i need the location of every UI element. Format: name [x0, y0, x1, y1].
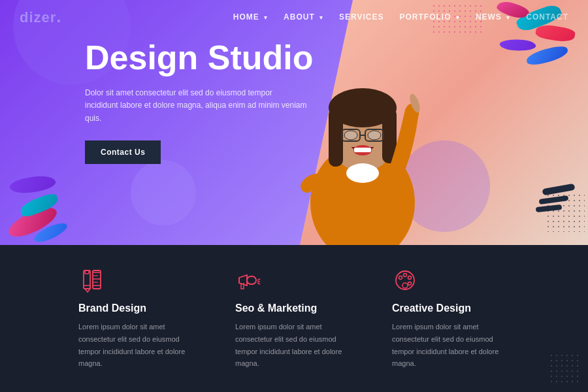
- seo-marketing-icon: [235, 267, 261, 293]
- seo-marketing-desc: Lorem ipsum dolor sit amet consectetur e…: [235, 321, 353, 370]
- svg-marker-18: [85, 289, 90, 292]
- nav-item-services[interactable]: SERVICES: [339, 10, 384, 22]
- nav-links: HOME ▾ ABOUT ▾ SERVICES PORTFOLIO ▾ NEWS…: [233, 10, 568, 22]
- hero-description: Dolor sit amet consectetur elit sed do e…: [85, 87, 307, 125]
- hero-title: Design Studio: [85, 39, 359, 76]
- nav-item-home[interactable]: HOME ▾: [233, 10, 268, 22]
- circle-purple-small: [131, 160, 196, 225]
- brand-design-desc: Lorem ipsum dolor sit amet consectetur e…: [78, 321, 196, 370]
- svg-point-35: [402, 283, 408, 288]
- creative-design-desc: Lorem ipsum dolor sit amet consectetur e…: [392, 321, 510, 370]
- seo-marketing-title: Seo & Marketing: [235, 302, 353, 314]
- dots-page-bottom-right: [549, 353, 581, 385]
- svg-rect-24: [93, 270, 101, 289]
- hero-section: Design Studio Dolor sit amet consectetur…: [0, 0, 588, 245]
- logo-text: dizer: [20, 9, 56, 25]
- svg-point-14: [346, 163, 379, 183]
- navbar: dizer. HOME ▾ ABOUT ▾ SERVICES PORTFOLIO…: [0, 0, 588, 33]
- svg-rect-16: [85, 270, 89, 274]
- brand-design-title: Brand Design: [78, 302, 196, 314]
- svg-point-33: [408, 276, 412, 280]
- services-section: Brand Design Lorem ipsum dolor sit amet …: [0, 245, 588, 392]
- svg-point-34: [408, 282, 412, 286]
- svg-point-31: [399, 276, 402, 280]
- creative-design-icon: [392, 267, 418, 293]
- svg-point-32: [404, 274, 407, 277]
- svg-point-10: [368, 131, 381, 140]
- logo-dot: .: [56, 7, 61, 26]
- nav-item-contact[interactable]: CONTACT: [526, 10, 568, 22]
- nav-item-about[interactable]: ABOUT ▾: [284, 10, 323, 22]
- contact-us-button[interactable]: Contact Us: [85, 140, 161, 164]
- service-card-seo-marketing: Seo & Marketing Lorem ipsum dolor sit am…: [216, 248, 372, 389]
- hero-content: Design Studio Dolor sit amet consectetur…: [85, 39, 359, 164]
- nav-item-portfolio[interactable]: PORTFOLIO ▾: [400, 10, 460, 22]
- brand-design-icon: [78, 267, 105, 293]
- svg-rect-25: [247, 276, 256, 284]
- svg-line-29: [257, 283, 260, 284]
- service-card-creative-design: Creative Design Lorem ipsum dolor sit am…: [372, 248, 529, 389]
- logo[interactable]: dizer.: [20, 7, 62, 27]
- creative-design-title: Creative Design: [392, 302, 510, 314]
- service-card-brand-design: Brand Design Lorem ipsum dolor sit amet …: [59, 248, 216, 389]
- svg-line-27: [257, 279, 260, 280]
- nav-item-news[interactable]: NEWS ▾: [476, 10, 510, 22]
